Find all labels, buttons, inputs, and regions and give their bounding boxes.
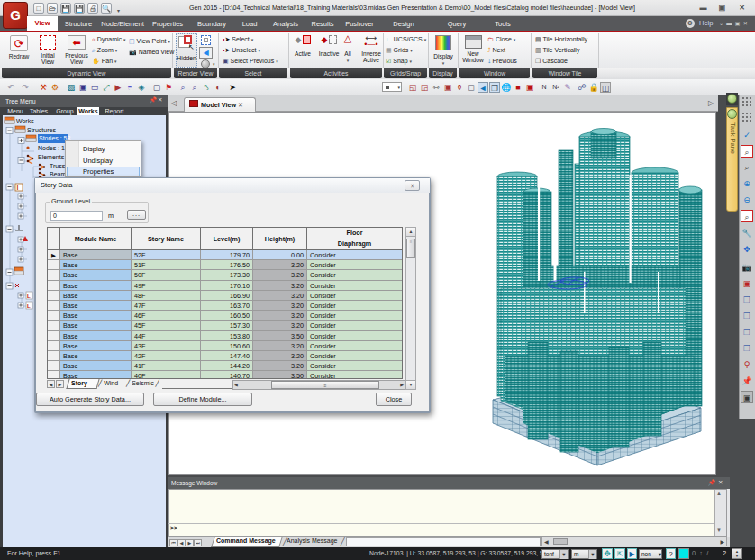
svg-text:L: L (27, 303, 31, 309)
svg-text:I: I (17, 185, 19, 191)
svg-text:L: L (27, 294, 31, 299)
